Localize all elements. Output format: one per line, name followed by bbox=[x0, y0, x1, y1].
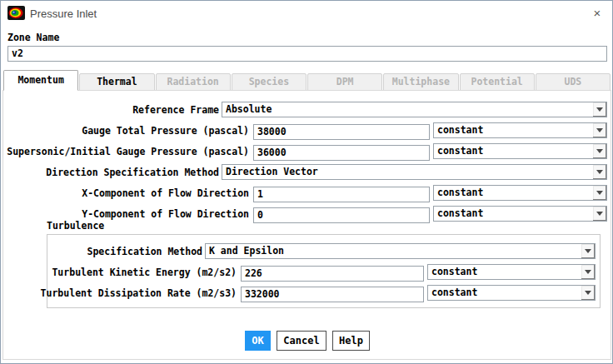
ok-button[interactable]: OK bbox=[245, 331, 271, 351]
direction-method-select[interactable]: Direction Vector bbox=[222, 164, 607, 180]
y-component-profile-select[interactable]: constant bbox=[433, 206, 607, 222]
supersonic-pressure-label: Supersonic/Initial Gauge Pressure (pasca… bbox=[1, 146, 249, 157]
gauge-total-pressure-label: Gauge Total Pressure (pascal) bbox=[1, 125, 249, 137]
turb-specification-method-value: K and Epsilon bbox=[209, 245, 284, 257]
dropdown-arrow-icon[interactable] bbox=[593, 207, 606, 221]
turb-kinetic-energy-input[interactable] bbox=[241, 266, 424, 282]
zone-name-input[interactable] bbox=[7, 46, 607, 62]
profile-value: constant bbox=[437, 187, 483, 198]
turb-specification-method-select[interactable]: K and Epsilon bbox=[205, 243, 596, 259]
turb-dissipation-rate-input[interactable] bbox=[241, 287, 424, 302]
x-component-profile-select[interactable]: constant bbox=[433, 185, 607, 201]
tab-dpm: DPM bbox=[307, 73, 382, 91]
cancel-button[interactable]: Cancel bbox=[277, 331, 326, 351]
dropdown-arrow-icon[interactable] bbox=[593, 102, 606, 117]
pressure-inlet-dialog: Pressure Inlet × Zone Name Momentum Ther… bbox=[0, 0, 613, 364]
turbulence-group-title: Turbulence bbox=[47, 220, 104, 232]
dropdown-arrow-icon[interactable] bbox=[581, 265, 595, 279]
y-component-input[interactable] bbox=[253, 207, 430, 223]
dropdown-arrow-icon[interactable] bbox=[581, 244, 595, 258]
fluent-app-icon bbox=[7, 6, 25, 20]
tab-uds: UDS bbox=[536, 73, 611, 91]
direction-method-value: Direction Vector bbox=[226, 166, 318, 177]
turb-dissipation-rate-label: Turbulent Dissipation Rate (m2/s3) bbox=[1, 287, 237, 299]
profile-value: constant bbox=[437, 145, 483, 157]
tab-potential: Potential bbox=[460, 73, 535, 91]
supersonic-pressure-profile-select[interactable]: constant bbox=[433, 143, 607, 159]
profile-value: constant bbox=[437, 207, 483, 219]
x-component-input[interactable] bbox=[253, 187, 430, 202]
tab-multiphase: Multiphase bbox=[383, 73, 458, 91]
tab-thermal[interactable]: Thermal bbox=[79, 73, 154, 91]
reference-frame-label: Reference Frame bbox=[1, 104, 219, 116]
turb-dissipation-rate-profile-select[interactable]: constant bbox=[427, 285, 596, 301]
tab-bar: Momentum Thermal Radiation Species DPM M… bbox=[3, 71, 611, 91]
profile-value: constant bbox=[431, 266, 477, 277]
tab-momentum[interactable]: Momentum bbox=[3, 70, 78, 91]
tab-species: Species bbox=[232, 73, 306, 91]
reference-frame-select[interactable]: Absolute bbox=[222, 102, 607, 117]
dropdown-arrow-icon[interactable] bbox=[593, 144, 606, 158]
turb-kinetic-energy-profile-select[interactable]: constant bbox=[427, 264, 596, 280]
supersonic-pressure-input[interactable] bbox=[253, 145, 430, 161]
tab-radiation: Radiation bbox=[156, 73, 231, 91]
dropdown-arrow-icon[interactable] bbox=[593, 165, 606, 179]
zone-name-label: Zone Name bbox=[7, 32, 59, 43]
y-component-label: Y-Component of Flow Direction bbox=[1, 208, 249, 220]
title-bar: Pressure Inlet × bbox=[1, 1, 612, 26]
dropdown-arrow-icon[interactable] bbox=[593, 123, 606, 137]
dropdown-arrow-icon[interactable] bbox=[593, 186, 606, 200]
direction-method-label: Direction Specification Method bbox=[1, 167, 219, 178]
gauge-total-pressure-input[interactable] bbox=[253, 124, 430, 140]
reference-frame-value: Absolute bbox=[226, 103, 272, 115]
dropdown-arrow-icon[interactable] bbox=[581, 286, 595, 300]
gauge-total-pressure-profile-select[interactable]: constant bbox=[433, 122, 607, 138]
turb-specification-method-label: Specification Method bbox=[1, 246, 202, 257]
x-component-label: X-Component of Flow Direction bbox=[1, 187, 249, 199]
profile-value: constant bbox=[431, 287, 477, 298]
help-button[interactable]: Help bbox=[332, 331, 370, 351]
profile-value: constant bbox=[437, 124, 483, 136]
window-title: Pressure Inlet bbox=[30, 7, 97, 20]
close-icon[interactable]: × bbox=[589, 5, 606, 22]
turb-kinetic-energy-label: Turbulent Kinetic Energy (m2/s2) bbox=[1, 267, 237, 278]
